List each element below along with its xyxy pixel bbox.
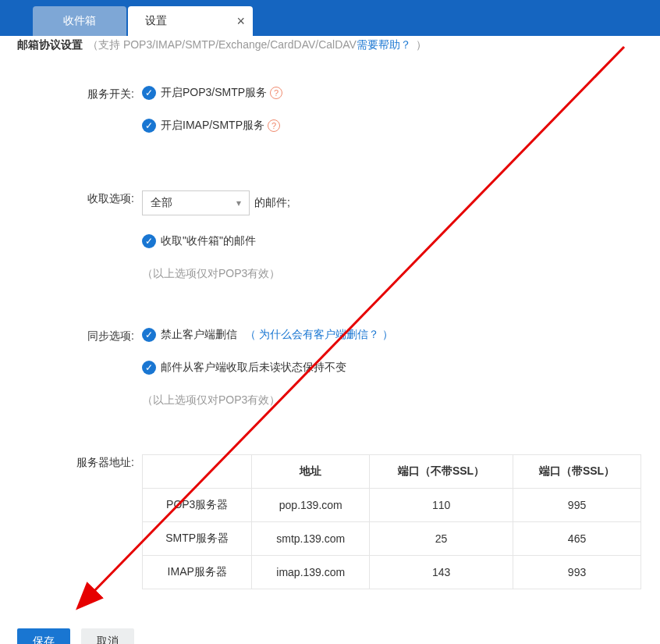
cell-name: IMAP服务器 (143, 556, 252, 589)
service-pop3-option[interactable]: ✓ 开启POP3/SMTP服务 ? (142, 86, 643, 100)
receive-inbox-option[interactable]: ✓ 收取"收件箱"的邮件 (142, 234, 643, 248)
sync-note: （以上选项仅对POP3有效） (142, 393, 643, 407)
check-icon[interactable]: ✓ (142, 361, 156, 375)
cell-ssl: 993 (513, 556, 641, 589)
receive-label: 收取选项: (17, 190, 142, 206)
receive-section: 收取选项: 全部 ▾ 的邮件; ✓ 收取"收件箱"的邮件 （以上选项仅对POP3… (0, 190, 660, 281)
tab-inbox-label: 收件箱 (63, 14, 96, 28)
chevron-down-icon: ▾ (236, 197, 241, 208)
receive-note: （以上选项仅对POP3有效） (142, 267, 643, 281)
tab-settings[interactable]: 设置 × (128, 6, 253, 36)
sync-unread-text: 邮件从客户端收取后未读状态保持不变 (161, 361, 346, 375)
th-port-ssl: 端口（带SSL） (513, 455, 641, 489)
service-imap-text: 开启IMAP/SMTP服务 (161, 119, 264, 133)
cell-addr: smtp.139.com (252, 522, 370, 556)
check-icon[interactable]: ✓ (142, 234, 156, 248)
receive-inbox-text: 收取"收件箱"的邮件 (161, 234, 256, 248)
server-label: 服务器地址: (17, 454, 142, 470)
receive-dropdown-row: 全部 ▾ 的邮件; (142, 190, 643, 215)
th-port-nossl: 端口（不带SSL） (370, 455, 513, 489)
page-header: 邮箱协议设置 （支持 POP3/IMAP/SMTP/Exchange/CardD… (0, 36, 660, 55)
cell-port: 110 (370, 489, 513, 522)
service-label: 服务开关: (17, 86, 142, 101)
tab-inbox[interactable]: 收件箱 (33, 6, 126, 36)
cancel-button[interactable]: 取消 (81, 628, 134, 644)
cell-ssl: 995 (513, 489, 641, 522)
check-icon[interactable]: ✓ (142, 328, 156, 342)
sync-delete-help-link[interactable]: （ 为什么会有客户端删信？ ） (245, 328, 393, 342)
sync-unread-option[interactable]: ✓ 邮件从客户端收取后未读状态保持不变 (142, 361, 643, 375)
th-address: 地址 (252, 455, 370, 489)
sync-delete-option[interactable]: ✓ 禁止客户端删信 （ 为什么会有客户端删信？ ） (142, 328, 643, 342)
table-header-row: 地址 端口（不带SSL） 端口（带SSL） (143, 455, 641, 489)
footer: 保存 取消 (0, 628, 660, 644)
tabs-bar: 收件箱 设置 × (0, 0, 660, 36)
cell-addr: pop.139.com (252, 489, 370, 522)
cell-ssl: 465 (513, 522, 641, 556)
server-section: 服务器地址: 地址 端口（不带SSL） 端口（带SSL） POP3服务器 pop… (0, 454, 660, 589)
tab-settings-label: 设置 (145, 14, 167, 28)
table-row: SMTP服务器 smtp.139.com 25 465 (143, 522, 641, 556)
table-row: IMAP服务器 imap.139.com 143 993 (143, 556, 641, 589)
save-button[interactable]: 保存 (17, 628, 70, 644)
receive-after-text: 的邮件; (254, 196, 290, 210)
server-table: 地址 端口（不带SSL） 端口（带SSL） POP3服务器 pop.139.co… (142, 454, 641, 589)
help-icon[interactable]: ? (268, 119, 280, 132)
cell-addr: imap.139.com (252, 556, 370, 589)
close-icon[interactable]: × (236, 13, 245, 30)
th-empty (143, 455, 252, 489)
receive-dropdown[interactable]: 全部 ▾ (142, 190, 250, 215)
service-section: 服务开关: ✓ 开启POP3/SMTP服务 ? ✓ 开启IMAP/SMTP服务 … (0, 86, 660, 151)
sync-section: 同步选项: ✓ 禁止客户端删信 （ 为什么会有客户端删信？ ） ✓ 邮件从客户端… (0, 328, 660, 407)
cell-name: SMTP服务器 (143, 522, 252, 556)
service-pop3-text: 开启POP3/SMTP服务 (161, 86, 267, 100)
help-link[interactable]: 需要帮助？ (357, 38, 411, 52)
page-subtitle-end: ） (416, 38, 427, 52)
page-title: 邮箱协议设置 (17, 38, 83, 52)
cell-port: 25 (370, 522, 513, 556)
dropdown-value: 全部 (151, 196, 172, 210)
cell-port: 143 (370, 556, 513, 589)
page-subtitle-grey: （支持 POP3/IMAP/SMTP/Exchange/CardDAV/CalD… (87, 38, 357, 52)
cell-name: POP3服务器 (143, 489, 252, 522)
sync-delete-text: 禁止客户端删信 (161, 328, 237, 342)
sync-label: 同步选项: (17, 328, 142, 343)
help-icon[interactable]: ? (270, 87, 282, 99)
service-imap-option[interactable]: ✓ 开启IMAP/SMTP服务 ? (142, 119, 643, 133)
check-icon[interactable]: ✓ (142, 119, 156, 133)
table-row: POP3服务器 pop.139.com 110 995 (143, 489, 641, 522)
check-icon[interactable]: ✓ (142, 86, 156, 100)
